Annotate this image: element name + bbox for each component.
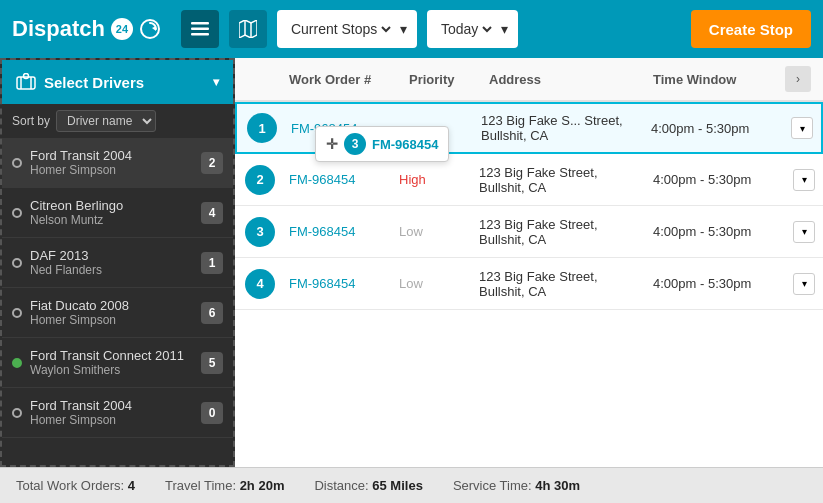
row-num-3: 4	[245, 269, 275, 299]
today-chevron-icon: ▾	[501, 21, 508, 37]
row-work-order-1: FM-968454	[281, 172, 391, 187]
row-action-3: ▾	[785, 273, 813, 295]
sidebar: Select Drivers ▾ Sort by Driver name For…	[0, 58, 235, 467]
row-priority-1: High	[391, 172, 471, 187]
row-address-2: 123 Big Fake Street, Bullshit, CA	[471, 217, 645, 247]
row-work-order-3: FM-968454	[281, 276, 391, 291]
driver-item-2[interactable]: DAF 2013 Ned Flanders 1	[2, 238, 233, 288]
row-work-order-0: FM-968454	[283, 121, 393, 136]
row-address-1: 123 Big Fake Street, Bullshit, CA	[471, 165, 645, 195]
col-header-action: ›	[785, 66, 813, 92]
scroll-right-button[interactable]: ›	[785, 66, 811, 92]
svg-point-11	[24, 74, 29, 79]
logo-text: Dispatch	[12, 16, 105, 42]
row-address-0: 123 Big Fake S... Street, Bullshit, CA	[473, 113, 643, 143]
driver-name-4: Waylon Smithers	[30, 363, 201, 377]
row-time-0: 4:00pm - 5:30pm	[643, 121, 783, 136]
drivers-icon	[16, 73, 36, 91]
sort-select[interactable]: Driver name	[56, 110, 156, 132]
driver-info-3: Fiat Ducato 2008 Homer Simpson	[30, 298, 201, 327]
select-drivers-chevron: ▾	[213, 75, 219, 89]
row-num-0: 1	[247, 113, 277, 143]
driver-badge-1: 4	[201, 202, 223, 224]
sort-bar: Sort by Driver name	[2, 104, 233, 138]
row-action-btn-0[interactable]: ▾	[791, 117, 813, 139]
current-stops-select[interactable]: Current Stops	[287, 20, 394, 38]
driver-item-5[interactable]: Ford Transit 2004 Homer Simpson 0	[2, 388, 233, 438]
row-action-btn-2[interactable]: ▾	[793, 221, 815, 243]
service-value: 4h 30m	[535, 478, 580, 493]
sort-label: Sort by	[12, 114, 50, 128]
refresh-icon	[139, 18, 161, 40]
content-area: Work Order # Priority Address Time Windo…	[235, 58, 823, 467]
main-layout: Select Drivers ▾ Sort by Driver name For…	[0, 58, 823, 467]
svg-rect-2	[191, 22, 209, 25]
row-address-3: 123 Big Fake Street, Bullshit, CA	[471, 269, 645, 299]
table-row-2[interactable]: 3 FM-968454 Low 123 Big Fake Street, Bul…	[235, 206, 823, 258]
driver-badge-5: 0	[201, 402, 223, 424]
svg-marker-1	[152, 26, 156, 31]
select-drivers-label: Select Drivers	[44, 74, 144, 91]
driver-vehicle-0: Ford Transit 2004	[30, 148, 201, 163]
list-view-button[interactable]	[181, 10, 219, 48]
driver-dot-3	[12, 308, 22, 318]
footer-total: Total Work Orders: 4	[16, 478, 135, 493]
table-body: 1 FM-968454 123 Big Fake S... Street, Bu…	[235, 102, 823, 467]
driver-item-1[interactable]: Citreon Berlingo Nelson Muntz 4	[2, 188, 233, 238]
footer-distance: Distance: 65 Miles	[314, 478, 422, 493]
row-time-3: 4:00pm - 5:30pm	[645, 276, 785, 291]
driver-info-4: Ford Transit Connect 2011 Waylon Smither…	[30, 348, 201, 377]
driver-item-3[interactable]: Fiat Ducato 2008 Homer Simpson 6	[2, 288, 233, 338]
row-time-1: 4:00pm - 5:30pm	[645, 172, 785, 187]
col-header-address: Address	[481, 72, 645, 87]
driver-info-2: DAF 2013 Ned Flanders	[30, 248, 201, 277]
travel-label: Travel Time:	[165, 478, 236, 493]
row-action-0: ▾	[783, 117, 811, 139]
driver-vehicle-2: DAF 2013	[30, 248, 201, 263]
row-action-btn-1[interactable]: ▾	[793, 169, 815, 191]
driver-vehicle-1: Citreon Berlingo	[30, 198, 201, 213]
current-stops-dropdown[interactable]: Current Stops ▾	[277, 10, 417, 48]
table-row-0[interactable]: 1 FM-968454 123 Big Fake S... Street, Bu…	[235, 102, 823, 154]
driver-name-0: Homer Simpson	[30, 163, 201, 177]
driver-badge-4: 5	[201, 352, 223, 374]
svg-marker-5	[239, 20, 257, 38]
row-num-2: 3	[245, 217, 275, 247]
select-drivers-button[interactable]: Select Drivers ▾	[2, 60, 233, 104]
row-action-btn-3[interactable]: ▾	[793, 273, 815, 295]
distance-label: Distance:	[314, 478, 368, 493]
driver-info-1: Citreon Berlingo Nelson Muntz	[30, 198, 201, 227]
col-header-work-order: Work Order #	[281, 72, 401, 87]
driver-item-0[interactable]: Ford Transit 2004 Homer Simpson 2	[2, 138, 233, 188]
driver-name-1: Nelson Muntz	[30, 213, 201, 227]
travel-value: 2h 20m	[240, 478, 285, 493]
table-row-3[interactable]: 4 FM-968454 Low 123 Big Fake Street, Bul…	[235, 258, 823, 310]
col-header-priority: Priority	[401, 72, 481, 87]
driver-vehicle-3: Fiat Ducato 2008	[30, 298, 201, 313]
header: Dispatch 24 Current Stops ▾ Today ▾	[0, 0, 823, 58]
driver-dot-5	[12, 408, 22, 418]
create-stop-button[interactable]: Create Stop	[691, 10, 811, 48]
row-time-2: 4:00pm - 5:30pm	[645, 224, 785, 239]
distance-value: 65 Miles	[372, 478, 423, 493]
today-dropdown[interactable]: Today ▾	[427, 10, 518, 48]
row-action-1: ▾	[785, 169, 813, 191]
total-value: 4	[128, 478, 135, 493]
map-view-button[interactable]	[229, 10, 267, 48]
driver-badge-3: 6	[201, 302, 223, 324]
footer-travel: Travel Time: 2h 20m	[165, 478, 284, 493]
row-priority-2: Low	[391, 224, 471, 239]
driver-dot-4	[12, 358, 22, 368]
dropdown-chevron-icon: ▾	[400, 21, 407, 37]
driver-vehicle-5: Ford Transit 2004	[30, 398, 201, 413]
table-row-1[interactable]: 2 FM-968454 High 123 Big Fake Street, Bu…	[235, 154, 823, 206]
total-label: Total Work Orders:	[16, 478, 124, 493]
today-select[interactable]: Today	[437, 20, 495, 38]
driver-dot-2	[12, 258, 22, 268]
col-header-time-window: Time Window	[645, 72, 785, 87]
logo-badge: 24	[111, 18, 133, 40]
driver-dot-0	[12, 158, 22, 168]
driver-item-4[interactable]: Ford Transit Connect 2011 Waylon Smither…	[2, 338, 233, 388]
driver-name-3: Homer Simpson	[30, 313, 201, 327]
row-action-2: ▾	[785, 221, 813, 243]
